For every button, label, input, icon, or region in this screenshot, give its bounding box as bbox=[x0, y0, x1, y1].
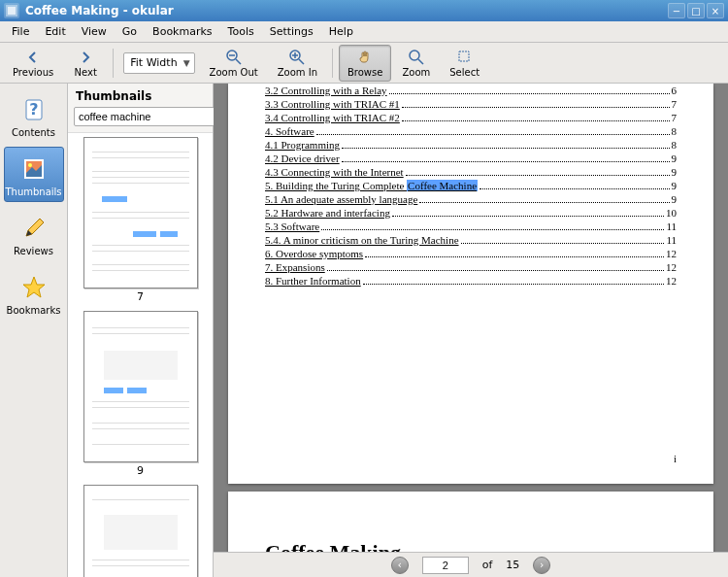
next-page-button[interactable]: › bbox=[533, 557, 550, 574]
toc-row[interactable]: 7. Expansions12 bbox=[265, 260, 677, 274]
thumbnail-item[interactable] bbox=[74, 485, 207, 577]
zoom-tool-button[interactable]: Zoom bbox=[393, 45, 439, 82]
toc-row[interactable]: 5.4. A minor criticism on the Turing Mac… bbox=[265, 233, 677, 247]
toc-row[interactable]: 5.2 Hardware and interfacing10 bbox=[265, 206, 677, 220]
svg-point-16 bbox=[28, 163, 32, 167]
zoom-combo[interactable]: Fit Width ▼ bbox=[123, 52, 194, 74]
toc-row[interactable]: 3.2 Controlling with a Relay6 bbox=[265, 84, 677, 97]
search-input[interactable] bbox=[74, 107, 231, 126]
svg-text:?: ? bbox=[29, 100, 38, 119]
tab-thumbnails[interactable]: Thumbnails bbox=[4, 147, 64, 202]
browse-button[interactable]: Browse bbox=[339, 45, 391, 82]
zoom-out-icon bbox=[224, 49, 244, 66]
side-tabs: ? Contents Thumbnails Reviews Bookmarks bbox=[0, 84, 68, 577]
toc-row[interactable]: 4.2 Device driver9 bbox=[265, 152, 677, 165]
thumbnail-number: 9 bbox=[74, 464, 207, 477]
panel-title: Thumbnails bbox=[68, 84, 213, 107]
svg-rect-1 bbox=[8, 7, 16, 15]
zoom-combo-value: Fit Width bbox=[130, 56, 177, 69]
toc-row[interactable]: 4.3 Connecting with the Internet9 bbox=[265, 165, 677, 179]
toc-row[interactable]: 4. Software8 bbox=[265, 124, 677, 138]
page-navbar: ‹ of 15 › bbox=[214, 552, 728, 577]
prev-page-button[interactable]: ‹ bbox=[391, 557, 409, 574]
toc-row[interactable]: 3.4 Controlling with TRIAC #27 bbox=[265, 111, 677, 124]
zoom-out-button[interactable]: Zoom Out bbox=[201, 45, 267, 82]
arrow-right-icon bbox=[76, 49, 95, 66]
app-icon bbox=[4, 3, 19, 18]
doc-title: Coffee Making bbox=[265, 540, 677, 552]
next-button[interactable]: Next bbox=[64, 45, 107, 82]
thumbnails-list[interactable]: 7 9 bbox=[68, 132, 213, 577]
thumbnail-number: 7 bbox=[74, 290, 207, 303]
menu-edit[interactable]: Edit bbox=[37, 23, 73, 40]
document-page: Coffee Making Fotis Georgatos < gef@ceid… bbox=[228, 492, 713, 552]
document-viewer: 3.2 Controlling with a Relay63.3 Control… bbox=[214, 84, 728, 577]
page-number-input[interactable] bbox=[422, 557, 469, 574]
star-icon bbox=[18, 272, 50, 303]
toolbar-separator bbox=[113, 49, 114, 78]
toc-row[interactable]: 5.1 An adequate assembly language9 bbox=[265, 192, 677, 206]
hand-icon bbox=[355, 49, 375, 66]
select-button[interactable]: Select bbox=[441, 45, 488, 82]
svg-line-3 bbox=[236, 59, 241, 64]
tab-bookmarks[interactable]: Bookmarks bbox=[4, 265, 64, 321]
close-button[interactable]: × bbox=[707, 3, 724, 18]
nav-of-label: of bbox=[482, 559, 493, 571]
thumbnails-panel: Thumbnails ⊗ 7 bbox=[68, 84, 214, 577]
pencil-icon bbox=[18, 213, 50, 244]
page-roman: i bbox=[265, 453, 677, 464]
menu-settings[interactable]: Settings bbox=[262, 23, 321, 40]
magnifier-icon bbox=[407, 49, 426, 66]
menu-bookmarks[interactable]: Bookmarks bbox=[145, 23, 219, 40]
maximize-button[interactable]: □ bbox=[687, 3, 705, 18]
select-icon bbox=[455, 49, 475, 66]
titlebar: Coffee Making - okular − □ × bbox=[0, 0, 728, 21]
menu-go[interactable]: Go bbox=[115, 23, 145, 40]
window-title: Coffee Making - okular bbox=[25, 4, 668, 17]
menubar: File Edit View Go Bookmarks Tools Settin… bbox=[0, 21, 728, 43]
thumbnail-item[interactable]: 7 bbox=[74, 137, 207, 303]
toc-row[interactable]: 4.1 Programming8 bbox=[265, 138, 677, 152]
tab-reviews[interactable]: Reviews bbox=[4, 206, 64, 261]
minimize-button[interactable]: − bbox=[668, 3, 685, 18]
toc-row[interactable]: 6. Overdose symptoms12 bbox=[265, 247, 677, 260]
menu-file[interactable]: File bbox=[4, 23, 37, 40]
toc-row[interactable]: 3.3 Controlling with TRIAC #17 bbox=[265, 97, 677, 111]
svg-rect-11 bbox=[459, 51, 469, 61]
contents-icon: ? bbox=[18, 94, 50, 125]
nav-total: 15 bbox=[506, 559, 519, 571]
menu-tools[interactable]: Tools bbox=[220, 23, 262, 40]
tab-contents[interactable]: ? Contents bbox=[4, 87, 64, 143]
zoom-in-button[interactable]: Zoom In bbox=[269, 45, 326, 82]
previous-button[interactable]: Previous bbox=[4, 45, 62, 82]
toc-row[interactable]: 8. Further Information12 bbox=[265, 274, 677, 288]
document-scroll[interactable]: 3.2 Controlling with a Relay63.3 Control… bbox=[214, 84, 728, 552]
menu-help[interactable]: Help bbox=[321, 23, 361, 40]
arrow-left-icon bbox=[23, 49, 43, 66]
toolbar: Previous Next Fit Width ▼ Zoom Out Zoom … bbox=[0, 43, 728, 84]
document-page: 3.2 Controlling with a Relay63.3 Control… bbox=[228, 84, 713, 484]
svg-line-10 bbox=[418, 59, 423, 64]
zoom-in-icon bbox=[287, 49, 307, 66]
content-area: ? Contents Thumbnails Reviews Bookmarks … bbox=[0, 84, 728, 577]
toc-row[interactable]: 5.3 Software11 bbox=[265, 220, 677, 233]
chevron-down-icon: ▼ bbox=[183, 58, 190, 68]
svg-point-9 bbox=[410, 51, 419, 60]
thumbnails-icon bbox=[18, 153, 50, 185]
toc-row[interactable]: 5. Building the Turing Complete Coffee M… bbox=[265, 179, 677, 192]
svg-line-6 bbox=[299, 59, 304, 64]
thumbnail-item[interactable]: 9 bbox=[74, 311, 207, 477]
menu-view[interactable]: View bbox=[74, 23, 115, 40]
toolbar-separator bbox=[332, 49, 333, 78]
